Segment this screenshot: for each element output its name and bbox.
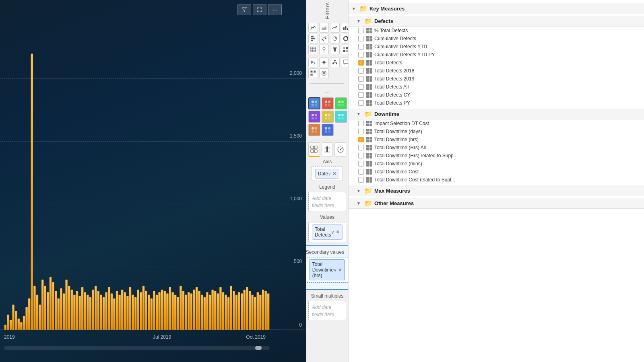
chart-type-qr[interactable] — [308, 68, 318, 78]
measure-checkbox-dt-days[interactable] — [358, 129, 364, 134]
measure-label-cum: Cumulative Defects — [374, 36, 416, 41]
values-drop-zone[interactable]: Total Defects ∨ ✕ — [308, 222, 346, 242]
more-icon-dots[interactable]: ... — [324, 87, 330, 94]
scroll-track[interactable] — [4, 346, 270, 350]
measure-total-downtime-cost[interactable]: Total Downtime Cost — [349, 168, 644, 176]
measure-checkbox-dt-cost-supp[interactable] — [358, 177, 364, 183]
measure-total-downtime-hrs[interactable]: Total Downtime (hrs) — [349, 136, 644, 144]
measure-checkbox-cy[interactable] — [358, 92, 364, 98]
color-icon-7[interactable] — [308, 124, 320, 136]
chart-type-ai[interactable] — [319, 58, 329, 67]
defects-section-header[interactable]: ▼ 📁 Defects — [349, 16, 644, 27]
other-measures-header[interactable]: ▼ 📁 Other Measures — [349, 198, 644, 209]
measure-checkbox-pct[interactable] — [358, 28, 364, 33]
measure-checkbox-dt-hrs-supp[interactable] — [358, 153, 364, 158]
chart-type-map[interactable] — [319, 45, 329, 54]
small-multiples-drop-zone[interactable]: Add data fields here — [308, 301, 346, 320]
svg-rect-77 — [209, 295, 211, 330]
chart-type-donut[interactable] — [341, 34, 348, 43]
values-chip-remove[interactable]: ✕ — [336, 229, 340, 235]
secondary-values-drop-zone[interactable]: Total Downtime (hrs) ∨ ✕ — [306, 257, 348, 283]
measure-total-downtime-hrs-supp[interactable]: Total Downtime (Hrs) related to Supp... — [349, 152, 644, 160]
measure-total-downtime-days[interactable]: Total Downtime (days) — [349, 128, 644, 136]
measure-impact-dt-cost[interactable]: Impact Selection DT Cost — [349, 119, 644, 128]
measure-checkbox-py[interactable] — [358, 100, 364, 106]
measure-checkbox-cumytd[interactable] — [358, 44, 364, 49]
chart-type-erase[interactable] — [319, 68, 329, 78]
color-icon-8[interactable] — [322, 124, 334, 136]
scroll-thumb[interactable] — [255, 346, 262, 350]
chart-type-bar-h[interactable] — [308, 34, 318, 43]
measure-cumulative-defects[interactable]: Cumulative Defects — [349, 35, 644, 43]
measure-total-downtime-cost-supp[interactable]: Total Downtime Cost related to Supl... — [349, 176, 644, 184]
measure-total-downtime-mins[interactable]: Total Downtime (mins) — [349, 160, 644, 168]
chart-type-python[interactable]: Py — [308, 58, 318, 67]
expand-button[interactable] — [253, 4, 266, 15]
axis-chip-arrow[interactable]: ∨ — [328, 172, 331, 176]
measure-label-total: Total Defects — [374, 60, 402, 66]
measure-checkbox-2018[interactable] — [358, 68, 364, 74]
tab-analytics[interactable] — [334, 142, 346, 157]
svg-rect-183 — [324, 148, 330, 148]
chart-type-pie[interactable] — [330, 34, 340, 43]
chart-type-scatter[interactable] — [319, 34, 329, 43]
chart-type-funnel[interactable] — [330, 45, 340, 54]
chart-type-area[interactable] — [319, 23, 329, 33]
color-icon-5[interactable] — [322, 111, 334, 123]
values-chip-arrow[interactable]: ∨ — [331, 230, 334, 234]
svg-rect-81 — [219, 287, 221, 330]
measure-cumulative-ytd-py[interactable]: Cumulative Defects YTD PY — [349, 51, 644, 59]
max-measures-header[interactable]: ▼ 📁 Max Measures — [349, 185, 644, 196]
svg-rect-9 — [28, 298, 30, 330]
measure-checkbox-dt-hrs-all[interactable] — [358, 145, 364, 150]
tab-format[interactable] — [322, 142, 333, 157]
axis-chip-remove[interactable]: ✕ — [332, 171, 336, 177]
chart-type-org[interactable] — [330, 58, 340, 67]
chart-type-smooth[interactable] — [330, 23, 340, 33]
measure-total-defects-2018[interactable]: Total Defects 2018 — [349, 67, 644, 75]
tab-fields[interactable] — [308, 142, 320, 157]
values-field-chip[interactable]: Total Defects ∨ ✕ — [312, 224, 343, 240]
measure-total-defects-all[interactable]: Total Defects All — [349, 83, 644, 91]
downtime-section-header[interactable]: ▼ 📁 Downtime — [349, 109, 644, 119]
chart-type-line[interactable] — [308, 23, 318, 33]
chart-type-table[interactable] — [308, 45, 318, 54]
measure-checkbox-dt-cost[interactable] — [358, 169, 364, 175]
axis-drop-zone[interactable]: Date ∨ ✕ — [312, 167, 343, 181]
measure-cumulative-ytd[interactable]: Cumulative Defects YTD — [349, 43, 644, 51]
axis-field-chip[interactable]: Date ∨ ✕ — [315, 169, 339, 179]
color-icon-6[interactable] — [335, 111, 347, 123]
measure-total-defects-py[interactable]: Total Defects PY — [349, 99, 644, 107]
measure-grid-icon-6 — [366, 68, 372, 74]
measure-checkbox-2019[interactable] — [358, 76, 364, 82]
svg-rect-6 — [20, 322, 22, 330]
secondary-chip-remove[interactable]: ✕ — [338, 267, 342, 273]
secondary-chip-arrow[interactable]: ∨ — [334, 268, 336, 272]
secondary-values-chip[interactable]: Total Downtime (hrs) ∨ ✕ — [310, 259, 345, 280]
chart-type-matrix[interactable] — [341, 45, 348, 54]
measure-checkbox-cumytdpy[interactable] — [358, 52, 364, 58]
measure-total-defects[interactable]: Total Defects — [349, 59, 644, 67]
legend-drop-zone[interactable]: Add data fields here — [308, 192, 346, 211]
filter-button[interactable] — [237, 4, 251, 15]
svg-rect-29 — [81, 287, 83, 330]
color-icon-4[interactable] — [308, 111, 320, 123]
measure-checkbox-cum[interactable] — [358, 36, 364, 41]
key-measures-header[interactable]: ▼ 📁 Key Measures — [349, 3, 644, 14]
chart-type-column[interactable] — [341, 23, 348, 33]
measure-total-downtime-hrs-all[interactable]: Total Downtime (Hrs) All — [349, 144, 644, 152]
measure-checkbox-all[interactable] — [358, 84, 364, 90]
measure-checkbox-dt-mins[interactable] — [358, 161, 364, 167]
measure-total-defects-cy[interactable]: Total Defects CY — [349, 91, 644, 99]
color-icon-2[interactable] — [322, 97, 334, 109]
color-icon-1[interactable] — [308, 97, 320, 109]
measure-pct-total-defects[interactable]: % Total Defects — [349, 27, 644, 35]
color-icon-3[interactable] — [335, 97, 347, 109]
measure-checkbox-total[interactable] — [358, 60, 364, 66]
more-options-button[interactable]: ··· — [268, 4, 282, 15]
svg-point-158 — [312, 114, 314, 116]
measure-total-defects-2019[interactable]: Total Defects 2019 — [349, 75, 644, 83]
chart-type-comment[interactable] — [341, 58, 348, 67]
measure-checkbox-impact[interactable] — [358, 121, 364, 126]
measure-checkbox-dt-hrs[interactable] — [358, 137, 364, 142]
